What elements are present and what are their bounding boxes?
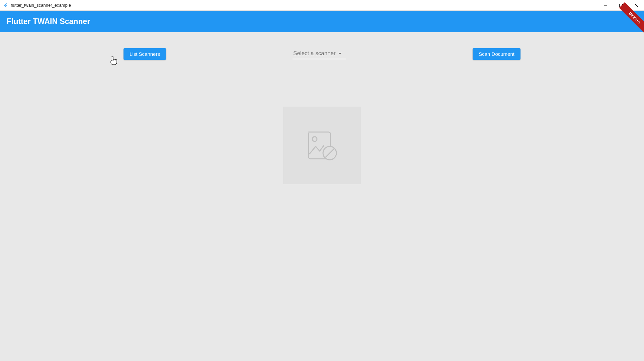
chevron-down-icon <box>338 53 342 54</box>
window-title: flutter_twain_scanner_example <box>11 3 598 8</box>
app-bar: Flutter TWAIN Scanner DEBUG <box>0 11 644 32</box>
app-title: Flutter TWAIN Scanner <box>7 17 90 26</box>
scanner-dropdown[interactable]: Select a scanner <box>293 49 346 59</box>
flutter-icon <box>3 3 8 8</box>
titlebar: flutter_twain_scanner_example <box>0 0 644 11</box>
scan-document-button[interactable]: Scan Document <box>473 48 520 60</box>
minimize-button[interactable] <box>598 0 613 10</box>
image-placeholder <box>283 107 361 184</box>
controls-row: List Scanners Select a scanner Scan Docu… <box>0 48 644 60</box>
content-area: List Scanners Select a scanner Scan Docu… <box>0 32 644 361</box>
app-window: flutter_twain_scanner_example Flutter TW… <box>0 0 644 361</box>
svg-point-1 <box>312 137 317 141</box>
broken-image-icon <box>304 127 340 164</box>
dropdown-placeholder: Select a scanner <box>293 50 336 57</box>
list-scanners-button[interactable]: List Scanners <box>124 48 166 60</box>
